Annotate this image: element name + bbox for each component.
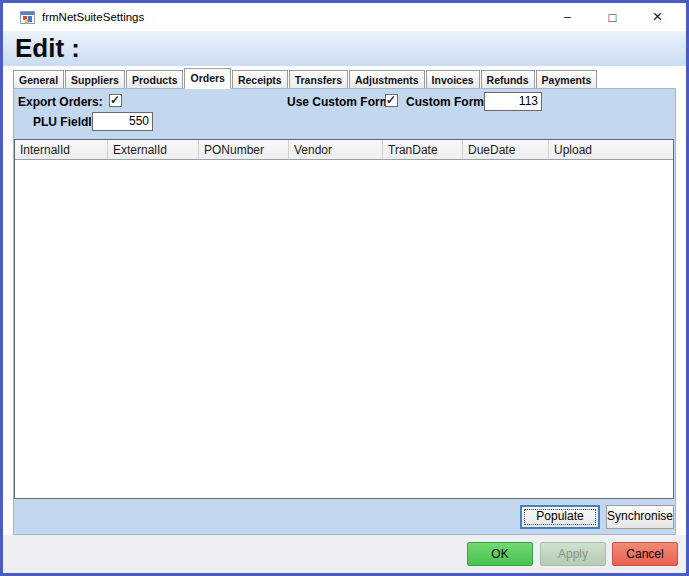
populate-button[interactable]: Populate bbox=[520, 505, 600, 529]
footer-bar: OK Apply Cancel bbox=[3, 535, 686, 573]
grid-column-header[interactable]: PONumber bbox=[199, 140, 289, 159]
tab-item[interactable]: Products bbox=[126, 70, 184, 88]
caption-buttons: – □ × bbox=[545, 3, 680, 31]
grid-column-header[interactable]: TranDate bbox=[383, 140, 463, 159]
synchronise-button[interactable]: Synchronise bbox=[606, 505, 674, 529]
tab-item[interactable]: Receipts bbox=[232, 70, 288, 88]
grid-column-header[interactable]: Vendor bbox=[289, 140, 383, 159]
tab-strip: General Suppliers Products Orders Receip… bbox=[3, 66, 686, 88]
minimize-icon[interactable]: – bbox=[545, 3, 590, 31]
edit-header: Edit : bbox=[3, 31, 686, 66]
plu-fieldid-input[interactable]: 550 bbox=[92, 112, 153, 131]
ok-button[interactable]: OK bbox=[467, 542, 533, 566]
export-orders-checkbox[interactable] bbox=[109, 94, 122, 107]
grid-column-header[interactable]: Upload bbox=[549, 140, 673, 159]
tab-item[interactable]: Refunds bbox=[481, 70, 535, 88]
tab-item[interactable]: Invoices bbox=[426, 70, 480, 88]
tab-item[interactable]: Suppliers bbox=[65, 70, 125, 88]
close-icon[interactable]: × bbox=[635, 3, 680, 31]
tab-page-orders: Export Orders: Use Custom Form: Custom F… bbox=[13, 88, 676, 535]
tab-item[interactable]: General bbox=[13, 70, 64, 88]
orders-grid-header: InternalId ExternalId PONumber Vendor Tr… bbox=[15, 140, 673, 160]
window-title: frmNetSuiteSettings bbox=[42, 11, 144, 23]
custom-formid-input[interactable]: 113 bbox=[484, 92, 542, 111]
tab-item[interactable]: Transfers bbox=[289, 70, 348, 88]
grid-column-header[interactable]: InternalId bbox=[15, 140, 108, 159]
page-title: Edit : bbox=[15, 33, 80, 64]
orders-grid-body bbox=[15, 160, 673, 498]
app-window: frmNetSuiteSettings – □ × Edit : General… bbox=[0, 0, 689, 576]
tab-item[interactable]: Payments bbox=[536, 70, 598, 88]
cancel-button[interactable]: Cancel bbox=[612, 542, 678, 566]
maximize-icon[interactable]: □ bbox=[590, 3, 635, 31]
orders-grid: InternalId ExternalId PONumber Vendor Tr… bbox=[14, 139, 674, 499]
title-bar: frmNetSuiteSettings – □ × bbox=[3, 3, 686, 31]
grid-column-header[interactable]: DueDate bbox=[463, 140, 549, 159]
grid-column-header[interactable]: ExternalId bbox=[108, 140, 199, 159]
winforms-app-icon bbox=[20, 11, 35, 24]
use-custom-form-checkbox[interactable] bbox=[385, 94, 398, 107]
use-custom-form-label: Use Custom Form: bbox=[287, 95, 394, 109]
apply-button: Apply bbox=[540, 542, 606, 566]
export-orders-label: Export Orders: bbox=[18, 95, 103, 109]
tab-item[interactable]: Adjustments bbox=[349, 70, 425, 88]
tab-item[interactable]: Orders bbox=[184, 68, 230, 89]
